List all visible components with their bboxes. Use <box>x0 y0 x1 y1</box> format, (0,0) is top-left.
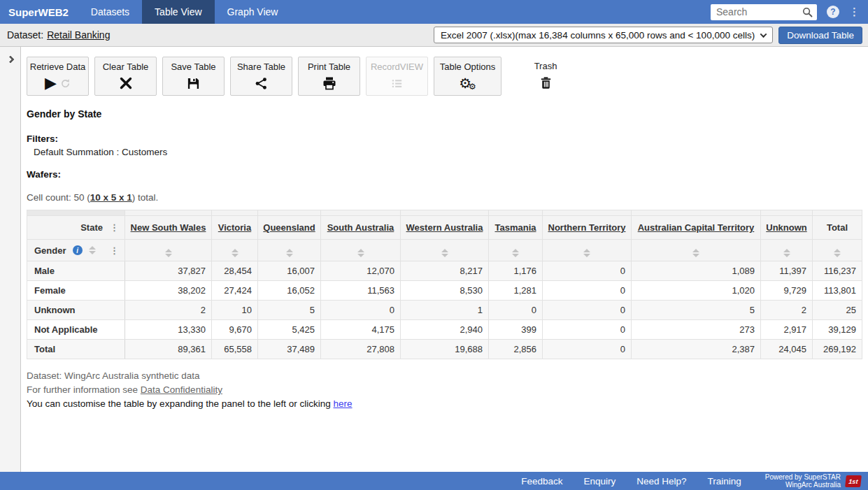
table-cell: 2,856 <box>489 340 543 359</box>
table-cell: 89,361 <box>125 340 212 359</box>
sort-icon[interactable] <box>286 249 293 257</box>
cell-count-link[interactable]: 10 x 5 x 1 <box>90 192 132 203</box>
export-format-select[interactable]: Excel 2007 (.xlsx)(max 16,384 columns x … <box>434 27 773 43</box>
download-table-button[interactable]: Download Table <box>778 27 862 44</box>
table-cell: 5,425 <box>258 320 321 340</box>
column-header-link[interactable]: Tasmania <box>495 222 536 233</box>
app-logo: SuperWEB2 <box>0 0 78 24</box>
save-table-button[interactable]: Save Table <box>162 57 225 96</box>
table-cell: 0 <box>543 261 632 281</box>
search-icon[interactable] <box>802 7 813 17</box>
help-icon[interactable]: ? <box>827 6 839 18</box>
table-cell: 1,176 <box>489 261 543 281</box>
print-table-button[interactable]: Print Table <box>298 57 360 96</box>
column-dimension-label: State <box>80 222 103 233</box>
data-confidentiality-link[interactable]: Data Confidentiality <box>141 384 222 395</box>
column-header-link[interactable]: Western Australia <box>406 222 483 233</box>
row-label: Unknown <box>27 301 125 320</box>
column-header-link[interactable]: South Australia <box>327 222 394 233</box>
column-header-link[interactable]: New South Wales <box>131 222 206 233</box>
row-label: Female <box>27 281 125 301</box>
sort-icon[interactable] <box>834 249 841 257</box>
dataset-source-note: Dataset: WingArc Australia synthetic dat… <box>27 369 862 383</box>
table-cell: 1,089 <box>632 261 761 281</box>
column-header-link[interactable]: Queensland <box>263 222 315 233</box>
info-icon[interactable]: i <box>73 245 83 255</box>
wafers-label: Wafers: <box>27 169 862 180</box>
footer-link-feedback[interactable]: Feedback <box>521 476 562 487</box>
table-cell: 16,007 <box>258 261 321 281</box>
sort-icon[interactable] <box>783 249 790 257</box>
table-cell: 116,237 <box>813 261 862 281</box>
table-spacer-row <box>27 210 862 216</box>
table-cell: 12,070 <box>321 261 401 281</box>
confidentiality-note: For further information see Data Confide… <box>27 383 862 397</box>
column-header-link[interactable]: Australian Capital Territory <box>638 222 755 233</box>
dataset-name-link[interactable]: Retail Banking <box>47 29 110 41</box>
table-cell: 2,940 <box>401 320 489 340</box>
play-icon: ▶ <box>45 75 57 91</box>
table-cell: 11,563 <box>321 281 401 301</box>
sort-icon[interactable] <box>692 249 699 257</box>
expand-panel-rail[interactable] <box>0 47 21 472</box>
chevron-down-icon <box>760 31 767 38</box>
table-cell: 28,454 <box>212 261 258 281</box>
table-cell: 27,808 <box>321 340 401 359</box>
sort-icon[interactable] <box>232 249 239 257</box>
footer-link-training[interactable]: Training <box>708 476 741 487</box>
column-header-link[interactable]: Northern Territory <box>548 222 626 233</box>
table-cell: 25 <box>813 301 862 320</box>
table-row: Female38,20227,42416,05211,5638,5301,281… <box>27 281 862 301</box>
table-cell: 399 <box>489 320 543 340</box>
nav-tab-graph-view[interactable]: Graph View <box>215 0 291 24</box>
footer-link-need-help[interactable]: Need Help? <box>636 476 686 487</box>
table-cell: 39,129 <box>813 320 862 340</box>
main-area: Retrieve Data ▶ Clear Table Save Table <box>0 47 868 472</box>
table-notes: Dataset: WingArc Australia synthetic dat… <box>27 369 862 411</box>
nav-right-cluster: ? ⋮ <box>711 0 868 24</box>
state-menu-icon[interactable]: ⋮ <box>110 222 119 233</box>
toolbar: Retrieve Data ▶ Clear Table Save Table <box>27 57 862 96</box>
trash-button[interactable]: Trash <box>522 57 569 96</box>
table-cell: 19,688 <box>401 340 489 359</box>
table-cell: 0 <box>321 301 401 320</box>
retrieve-data-button[interactable]: Retrieve Data ▶ <box>27 57 89 96</box>
table-cell: 37,827 <box>125 261 212 281</box>
customise-here-link[interactable]: here <box>334 398 353 409</box>
table-options-button[interactable]: Table Options ⚙⚙ <box>434 57 501 96</box>
nav-tab-table-view[interactable]: Table View <box>142 0 214 24</box>
table-cell: 0 <box>543 301 632 320</box>
sort-icon[interactable] <box>165 249 172 257</box>
column-header-link[interactable]: Victoria <box>218 222 251 233</box>
gears-icon: ⚙⚙ <box>459 75 476 92</box>
search-box[interactable] <box>711 4 817 20</box>
column-header-row: State⋮New South WalesVictoriaQueenslandS… <box>27 216 862 240</box>
gender-menu-icon[interactable]: ⋮ <box>110 245 119 256</box>
filters-label: Filters: <box>27 134 862 144</box>
row-dimension-row: Genderi⋮ <box>27 240 862 261</box>
table-cell: 4,175 <box>321 320 401 340</box>
floppy-icon <box>187 77 200 90</box>
expand-panel-chevron-icon[interactable] <box>6 55 14 63</box>
clear-table-button[interactable]: Clear Table <box>94 57 157 96</box>
sort-icon[interactable] <box>441 249 448 257</box>
trash-icon <box>539 76 553 89</box>
column-header-link[interactable]: Unknown <box>766 222 807 233</box>
search-input[interactable] <box>716 6 802 17</box>
table-cell: 0 <box>543 281 632 301</box>
sort-icon[interactable] <box>89 246 96 254</box>
export-format-value: Excel 2007 (.xlsx)(max 16,384 columns x … <box>441 30 755 41</box>
dataset-label: Dataset: <box>7 29 43 41</box>
share-table-button[interactable]: Share Table <box>230 57 292 96</box>
sort-icon[interactable] <box>357 249 364 257</box>
sort-icon[interactable] <box>583 249 590 257</box>
table-cell: 1,281 <box>489 281 543 301</box>
overflow-menu-icon[interactable]: ⋮ <box>849 6 860 18</box>
row-label: Total <box>27 340 125 359</box>
sort-icon[interactable] <box>512 249 519 257</box>
table-cell: 24,045 <box>761 340 813 359</box>
nav-tab-datasets[interactable]: Datasets <box>78 0 142 24</box>
footer-link-enquiry[interactable]: Enquiry <box>583 476 616 487</box>
cell-count: Cell count: 50 (10 x 5 x 1) total. <box>27 192 862 203</box>
superstar-logo-icon: 1st <box>845 475 862 487</box>
